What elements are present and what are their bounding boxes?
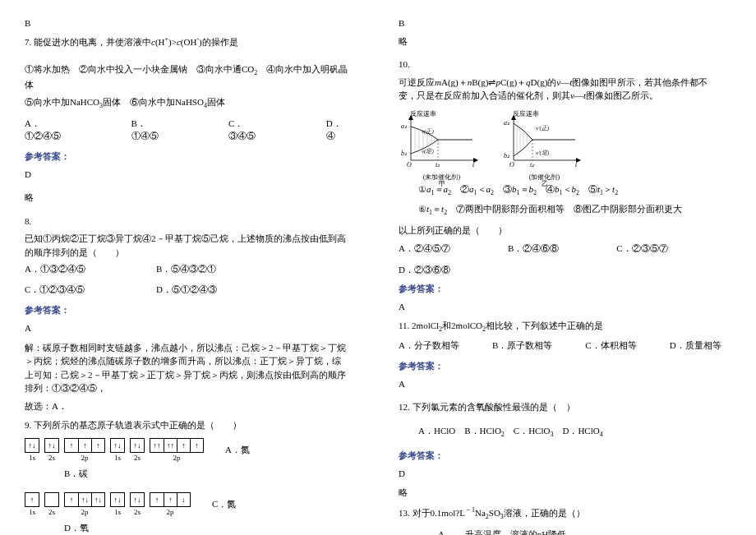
choice-b: B．②④⑥⑧ (508, 242, 559, 255)
question-10-statements-2: ⑥t1＝t2 ⑦两图中阴影部分面积相等 ⑧图乙中阴影部分面积更大 (399, 202, 723, 218)
answer-text: A (25, 321, 349, 335)
choice-a: A．②④⑤⑦ (399, 242, 450, 255)
question-12-choices: A．HClO B．HClO2 C．HClO3 D．HClO4 (399, 424, 723, 440)
question-7-choices: A．①②④⑤ B．①④⑤ C．③④⑤ D．④ (25, 118, 349, 142)
question-10-stem: 10. (399, 58, 723, 71)
choice-d: D．⑤①②④③ (156, 284, 217, 296)
choice-d: D．②③⑥⑧ (399, 263, 723, 277)
question-11-choices: A．分子数相等 B．原子数相等 C．体积相等 D．质量相等 (399, 339, 723, 352)
svg-text:反应速率: 反应速率 (410, 110, 436, 118)
answer-label: 参考答案： (399, 360, 723, 372)
svg-text:t: t (472, 161, 475, 168)
option-c: C．氮 (212, 498, 236, 510)
svg-text:反应速率: 反应速率 (513, 110, 539, 118)
question-11-stem: 11. 2molCl2和2molCO2相比较，下列叙述中正确的是 (399, 319, 723, 334)
answer-label: 参考答案： (25, 150, 349, 163)
svg-text:v(正): v(正) (422, 128, 434, 135)
svg-text:a₂: a₂ (504, 119, 510, 127)
text-block: B (399, 16, 723, 30)
question-8-body: 已知①丙烷②正丁烷③异丁烷④2－甲基丁烷⑤己烷，上述物质的沸点按由低到高的顺序排… (25, 232, 349, 259)
diagram-jia: 反应速率 a₁ b₁ v(正) v(逆) (399, 108, 485, 174)
svg-text:a₁: a₁ (401, 122, 407, 130)
question-8-stem: 8. (25, 214, 349, 228)
question-7-stem: 7. 能促进水的电离，并使溶液中c(H+)>c(OH-)的操作是 (25, 35, 349, 48)
choice-b: B．⑤④③②① (156, 263, 216, 275)
question-8-choices-1: A．①③②④⑤ B．⑤④③②① (25, 263, 349, 275)
answer-note: 略 (399, 486, 723, 500)
choice-c: C．①②③④⑤ (25, 284, 123, 296)
option-d: D．氧 (25, 521, 349, 535)
question-7-options: ①将水加热 ②向水中投入一小块金属钠 ③向水中通CO2 ④向水中加入明矾晶体 (25, 62, 349, 92)
option-b: B．碳 (25, 467, 349, 481)
choice-a: A．分子数相等 (399, 339, 459, 352)
choice-b: B．原子数相等 (492, 339, 552, 352)
svg-text:t₂: t₂ (530, 161, 535, 168)
question-10-body: 可逆反应mA(g)＋nB(g)⇌pC(g)＋qD(g)的v—t图像如图甲所示，若… (399, 76, 723, 103)
answer-label: 参考答案： (399, 283, 723, 295)
right-column: B 略 10. 可逆反应mA(g)＋nB(g)⇌pC(g)＋qD(g)的v—t图… (374, 0, 756, 535)
question-7-options-2: ⑤向水中加NaHCO3固体 ⑥向水中加NaHSO4固体 (25, 95, 349, 111)
choice-c: C．体积相等 (585, 339, 636, 352)
option-a: A．氮 (225, 444, 250, 456)
svg-text:t: t (575, 161, 578, 168)
choice-a: A．①②④⑤ (25, 118, 74, 142)
choice-d: D．质量相等 (670, 339, 721, 352)
explanation: 解：碳原子数相同时支链越多，沸点越小，所以沸点：己烷＞2－甲基丁烷＞丁烷＞丙烷；… (25, 341, 349, 395)
svg-text:b₂: b₂ (504, 152, 510, 159)
choice-b: B．①④⑤ (131, 118, 172, 142)
svg-text:O: O (407, 161, 412, 168)
question-10-conclusion: 以上所列正确的是（ ） (399, 224, 723, 238)
svg-text:v'(逆): v'(逆) (536, 150, 550, 156)
answer-label: 参考答案： (399, 450, 723, 462)
question-13-a: A. 升高温度，溶液的pH降低 (399, 528, 723, 535)
svg-text:v'(正): v'(正) (536, 125, 550, 131)
svg-text:O: O (509, 161, 514, 168)
explanation-2: 故选：A． (25, 399, 349, 413)
answer-text: D (25, 168, 349, 182)
rate-diagrams: 反应速率 a₁ b₁ v(正) v(逆) (399, 108, 723, 174)
answer-label: 参考答案： (25, 304, 349, 316)
orbital-diagram-a: ↑↓ 1s ↑↓ 2s ↑↑↑ 2p ↑↓ 1s ↑↓ 2s ↑↑↑↑↑↑ 2p… (25, 438, 349, 462)
question-9-stem: 9. 下列所示的基态原子轨道表示式中正确的是（ ） (25, 418, 349, 432)
svg-text:v(逆): v(逆) (422, 148, 434, 155)
svg-text:t₁: t₁ (436, 161, 440, 168)
choice-c: C．②③⑤⑦ (616, 242, 667, 255)
text-block: B (25, 16, 349, 30)
choice-c: C．③④⑤ (228, 118, 269, 142)
question-10-choices: A．②④⑤⑦ B．②④⑥⑧ C．②③⑤⑦ (399, 242, 723, 255)
answer-text: A (399, 377, 723, 391)
answer-note: 略 (25, 191, 349, 205)
choice-a: A．①③②④⑤ (25, 263, 123, 275)
question-13-stem: 13. 对于0.1mol?L－1Na2SO3溶液，正确的是（） (399, 505, 723, 522)
text-block: 略 (399, 35, 723, 48)
choice-d: D．④ (326, 118, 349, 142)
orbital-diagram-c: ↑ 1s 2s ↑↑↓↑↓ 2p ↑↓ 1s ↑↓ 2s ↑↑↓ 2p C．氮 (25, 492, 349, 516)
svg-text:b₁: b₁ (401, 150, 407, 157)
question-8-choices-2: C．①②③④⑤ D．⑤①②④③ (25, 284, 349, 296)
answer-text: D (399, 467, 723, 481)
question-12-stem: 12. 下列氯元素的含氧酸酸性最强的是（ ） (399, 400, 723, 414)
left-column: B 7. 能促进水的电离，并使溶液中c(H+)>c(OH-)的操作是 ①将水加热… (0, 0, 374, 535)
diagram-yi: 反应速率 a₂ b₂ v'(正) v'(逆) t₂ t O (501, 108, 588, 174)
answer-text: A (399, 300, 723, 314)
